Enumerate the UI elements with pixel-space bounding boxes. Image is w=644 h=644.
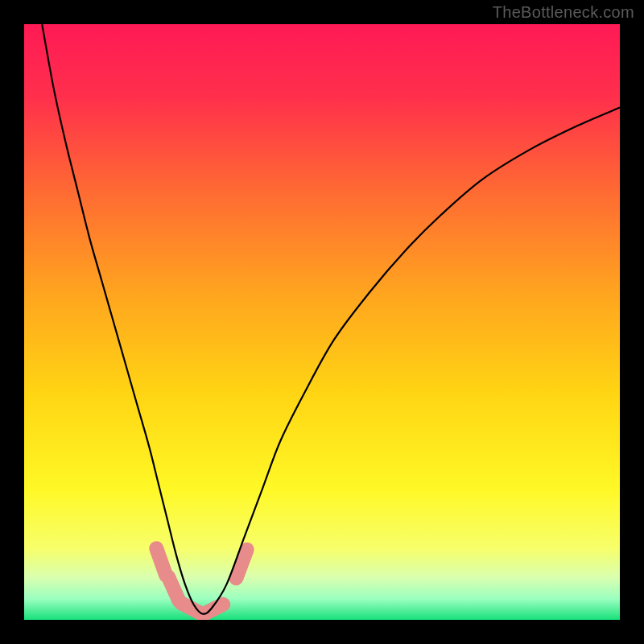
highlight-markers: [156, 548, 246, 613]
chart-overlay: [24, 24, 620, 620]
chart-canvas: [24, 24, 620, 620]
watermark-text: TheBottleneck.com: [493, 3, 634, 22]
bottleneck-curve: [42, 24, 620, 614]
